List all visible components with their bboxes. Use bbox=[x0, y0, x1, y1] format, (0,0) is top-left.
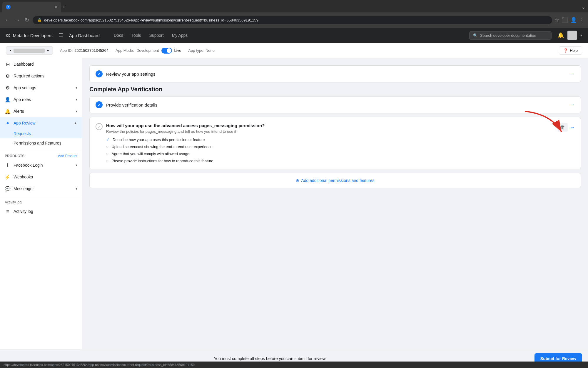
sidebar: ⊞ Dashboard ⚙ Required actions ⚙ App set… bbox=[0, 58, 82, 368]
app-mode-section: App Mode: Development Live bbox=[116, 48, 181, 54]
checklist-item-1: ○ Upload screencast showing the end-to-e… bbox=[106, 144, 554, 149]
sidebar-activity-log-label: Activity log bbox=[14, 209, 77, 214]
browser-tab[interactable]: f ✕ bbox=[2, 2, 61, 12]
app-roles-icon: 👤 bbox=[5, 97, 11, 102]
sidebar-item-messenger[interactable]: 💬 Messenger ▾ bbox=[0, 183, 82, 195]
help-button[interactable]: ❓ Help bbox=[559, 46, 582, 55]
nav-right-icons: ☆ ⬛ 👤 ⋮ bbox=[554, 17, 584, 23]
activity-log-section-header: Activity log bbox=[0, 197, 82, 205]
app-id-section: App ID: 2521502751345264 bbox=[60, 48, 108, 53]
alerts-icon: 🔔 bbox=[5, 108, 11, 114]
sidebar-divider-2 bbox=[0, 196, 82, 196]
nav-docs[interactable]: Docs bbox=[110, 31, 127, 39]
sidebar-dashboard-label: Dashboard bbox=[14, 62, 77, 67]
sidebar-item-activity-log[interactable]: ≡ Activity log bbox=[0, 205, 82, 217]
tab-close-button[interactable]: ✕ bbox=[54, 5, 58, 9]
activity-log-section-text: Activity log bbox=[5, 200, 21, 204]
search-icon: 🔍 bbox=[473, 33, 478, 38]
live-badge: Live bbox=[174, 48, 181, 53]
add-product-link[interactable]: Add Product bbox=[58, 154, 77, 158]
notification-icon[interactable]: 🔔 bbox=[557, 32, 564, 39]
new-tab-button[interactable]: + bbox=[62, 4, 66, 10]
delete-permission-button[interactable]: 🗑 bbox=[558, 123, 568, 132]
bookmark-icon[interactable]: ☆ bbox=[554, 17, 559, 23]
app-mode-value: Development bbox=[136, 48, 159, 53]
search-box[interactable]: 🔍 Search developer documentation bbox=[469, 31, 552, 40]
help-icon: ❓ bbox=[563, 48, 568, 53]
checklist-check-0: ✓ bbox=[106, 137, 110, 142]
sidebar-item-alerts[interactable]: 🔔 Alerts ▾ bbox=[0, 105, 82, 117]
meta-logo: ∞ Meta for Developers bbox=[6, 32, 53, 39]
forward-button[interactable]: → bbox=[14, 16, 21, 24]
sidebar-item-dashboard[interactable]: ⊞ Dashboard bbox=[0, 58, 82, 70]
checklist-check-3: ○ bbox=[106, 158, 108, 163]
webhooks-icon: ⚡ bbox=[5, 174, 11, 180]
messenger-icon: 💬 bbox=[5, 186, 11, 192]
back-button[interactable]: ← bbox=[4, 16, 11, 24]
sidebar-item-facebook-login[interactable]: f Facebook Login ▾ bbox=[0, 159, 82, 171]
chevron-down-icon[interactable]: ▾ bbox=[580, 33, 582, 37]
review-settings-check: ✓ bbox=[96, 70, 103, 77]
sidebar-required-actions-label: Required actions bbox=[14, 74, 77, 78]
sidebar-item-app-roles[interactable]: 👤 App roles ▾ bbox=[0, 94, 82, 105]
add-permissions-section: ⊕ Add additional permissions and feature… bbox=[90, 173, 581, 188]
extensions-icon[interactable]: ⬛ bbox=[562, 17, 568, 23]
sidebar-item-required-actions[interactable]: ⚙ Required actions bbox=[0, 70, 82, 82]
sidebar-item-app-settings[interactable]: ⚙ App settings ▾ bbox=[0, 82, 82, 94]
permission-question-title: How will your app use the advanced acces… bbox=[106, 123, 554, 128]
status-bar-url: https://developers.facebook.com/apps/252… bbox=[4, 363, 195, 367]
app-selector-icon: ▪ bbox=[10, 48, 11, 53]
add-permissions-label: Add additional permissions and features bbox=[301, 178, 374, 183]
browser-minimize-icon[interactable]: ⌄ bbox=[581, 4, 586, 10]
app-selector[interactable]: ▪ ▾ bbox=[6, 46, 53, 55]
sidebar-sub-item-requests[interactable]: Requests bbox=[0, 129, 82, 138]
menu-icon[interactable]: ⋮ bbox=[579, 17, 584, 23]
add-permissions-button[interactable]: ⊕ Add additional permissions and feature… bbox=[296, 178, 374, 183]
provide-verification-check: ✓ bbox=[96, 101, 103, 108]
permission-check-circle: ✓ bbox=[96, 123, 103, 130]
address-bar[interactable]: 🔒 developers.facebook.com/apps/252150275… bbox=[33, 16, 552, 24]
app-selector-chevron: ▾ bbox=[47, 48, 49, 53]
products-label: Products bbox=[5, 154, 24, 158]
review-settings-item: ✓ Review your app settings → bbox=[90, 66, 581, 82]
sidebar-messenger-label: Messenger bbox=[14, 186, 73, 191]
search-placeholder-text: Search developer documentation bbox=[480, 33, 536, 38]
refresh-button[interactable]: ↻ bbox=[24, 16, 30, 24]
app-type-value: None bbox=[206, 48, 215, 53]
app-settings-icon: ⚙ bbox=[5, 85, 11, 91]
app-mode-toggle[interactable] bbox=[161, 48, 172, 54]
avatar[interactable] bbox=[567, 31, 577, 40]
nav-my-apps[interactable]: My Apps bbox=[168, 31, 191, 39]
checklist-item-2: ○ Agree that you will comply with allowe… bbox=[106, 151, 554, 156]
sidebar-sub-item-permissions-features[interactable]: Permissions and Features bbox=[0, 138, 82, 148]
sidebar-app-review-label: App Review bbox=[14, 121, 71, 125]
review-settings-arrow-icon[interactable]: → bbox=[570, 71, 575, 77]
permissions-features-label: Permissions and Features bbox=[14, 141, 61, 145]
profile-icon[interactable]: 👤 bbox=[570, 17, 577, 23]
checklist-check-2: ○ bbox=[106, 151, 108, 156]
permission-description: Review the policies for pages_messaging … bbox=[106, 129, 554, 134]
sidebar-app-roles-label: App roles bbox=[14, 97, 73, 102]
sidebar-item-app-review[interactable]: ● App Review ▲ bbox=[0, 117, 82, 129]
app-type-section: App type: None bbox=[188, 48, 215, 53]
browser-tab-bar: f ✕ + ⌄ bbox=[0, 0, 588, 12]
app-review-icon: ● bbox=[5, 120, 11, 126]
sub-header: ▪ ▾ App ID: 2521502751345264 App Mode: D… bbox=[0, 43, 588, 58]
bottom-spacer bbox=[89, 192, 581, 209]
nav-support[interactable]: Support bbox=[146, 31, 167, 39]
dashboard-icon: ⊞ bbox=[5, 61, 11, 67]
nav-tools[interactable]: Tools bbox=[128, 31, 145, 39]
checklist-text-0: Describe how your app uses this permissi… bbox=[113, 137, 205, 142]
provide-verification-arrow-icon[interactable]: → bbox=[570, 102, 575, 107]
permission-arrow-icon[interactable]: → bbox=[570, 125, 575, 130]
requests-label: Requests bbox=[14, 131, 31, 136]
permission-card-actions: 🗑 → bbox=[558, 123, 575, 132]
activity-log-icon: ≡ bbox=[5, 208, 11, 214]
hamburger-icon[interactable]: ☰ bbox=[59, 32, 63, 39]
verification-card: ✓ Provide verification details → bbox=[89, 96, 581, 113]
tab-favicon: f bbox=[6, 5, 11, 9]
app-dashboard-link[interactable]: App Dashboard bbox=[69, 33, 100, 38]
sidebar-item-webhooks[interactable]: ⚡ Webhooks bbox=[0, 171, 82, 183]
bottom-bar-warning: You must complete all steps before you c… bbox=[6, 356, 534, 361]
app-selector-label bbox=[14, 49, 45, 53]
